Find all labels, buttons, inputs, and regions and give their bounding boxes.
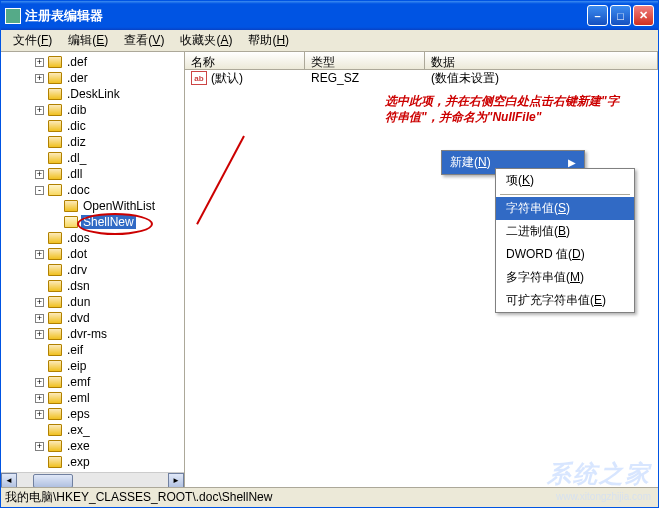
tree-label[interactable]: OpenWithList [81, 199, 157, 213]
tree-item[interactable]: +.eps [3, 406, 182, 422]
no-toggle [35, 458, 44, 467]
tree-hscroll[interactable]: ◄ ► [1, 472, 184, 487]
no-toggle [35, 234, 44, 243]
tree-item[interactable]: +.dvr-ms [3, 326, 182, 342]
tree-item[interactable]: +.der [3, 70, 182, 86]
tree-item[interactable]: ShellNew [3, 214, 182, 230]
tree-pane[interactable]: +.def+.der.DeskLink+.dib.dic.diz.dl_+.dl… [1, 52, 185, 487]
titlebar[interactable]: 注册表编辑器 – □ ✕ [1, 1, 658, 30]
expand-icon[interactable]: + [35, 170, 44, 179]
tree-item[interactable]: +.dib [3, 102, 182, 118]
expand-icon[interactable]: + [35, 314, 44, 323]
tree-label[interactable]: .dot [65, 247, 89, 261]
tree-item[interactable]: .diz [3, 134, 182, 150]
tree-item[interactable]: .eif [3, 342, 182, 358]
tree-label[interactable]: .drv [65, 263, 89, 277]
tree-item[interactable]: .DeskLink [3, 86, 182, 102]
menu-item[interactable]: 多字符串值(M) [496, 266, 634, 289]
tree-item[interactable]: +.dvd [3, 310, 182, 326]
tree-label[interactable]: .dl_ [65, 151, 88, 165]
tree-label[interactable]: .ex_ [65, 423, 92, 437]
submenu-new: 项(K)字符串值(S)二进制值(B)DWORD 值(D)多字符串值(M)可扩充字… [495, 168, 635, 313]
menu-view[interactable]: 查看(V) [116, 30, 172, 51]
tree-label[interactable]: .eip [65, 359, 88, 373]
tree-item[interactable]: .dl_ [3, 150, 182, 166]
expand-icon[interactable]: + [35, 378, 44, 387]
tree-label[interactable]: .doc [65, 183, 92, 197]
tree-item[interactable]: +.exe [3, 438, 182, 454]
no-toggle [35, 90, 44, 99]
collapse-icon[interactable]: - [35, 186, 44, 195]
tree-item[interactable]: .ex_ [3, 422, 182, 438]
scroll-thumb[interactable] [33, 474, 73, 488]
col-name[interactable]: 名称 [185, 52, 305, 69]
expand-icon[interactable]: + [35, 330, 44, 339]
tree-item[interactable]: +.def [3, 54, 182, 70]
tree-label[interactable]: .eml [65, 391, 92, 405]
tree-item[interactable]: .dsn [3, 278, 182, 294]
list-row[interactable]: ab (默认) REG_SZ (数值未设置) [185, 70, 658, 86]
menu-item[interactable]: 项(K) [496, 169, 634, 192]
tree-label[interactable]: .dvr-ms [65, 327, 109, 341]
tree-label[interactable]: .exe [65, 439, 92, 453]
folder-icon [48, 392, 62, 404]
expand-icon[interactable]: + [35, 106, 44, 115]
tree-label[interactable]: .dun [65, 295, 92, 309]
tree-label[interactable]: .DeskLink [65, 87, 122, 101]
tree-label[interactable]: .dib [65, 103, 88, 117]
tree-item[interactable]: .dos [3, 230, 182, 246]
tree-item[interactable]: +.dot [3, 246, 182, 262]
tree-label[interactable]: .dll [65, 167, 84, 181]
tree-label[interactable]: .emf [65, 375, 92, 389]
menu-item[interactable]: DWORD 值(D) [496, 243, 634, 266]
expand-icon[interactable]: + [35, 410, 44, 419]
menu-favorites[interactable]: 收藏夹(A) [172, 30, 240, 51]
expand-icon[interactable]: + [35, 442, 44, 451]
menu-file[interactable]: 文件(F) [5, 30, 60, 51]
tree-item[interactable]: OpenWithList [3, 198, 182, 214]
tree-label[interactable]: .def [65, 55, 89, 69]
no-toggle [35, 154, 44, 163]
tree-label[interactable]: .eif [65, 343, 85, 357]
tree-label[interactable]: .diz [65, 135, 88, 149]
minimize-button[interactable]: – [587, 5, 608, 26]
list-body[interactable]: ab (默认) REG_SZ (数值未设置) 选中此项，并在右侧空白处点击右键新… [185, 70, 658, 487]
maximize-button[interactable]: □ [610, 5, 631, 26]
tree-item[interactable]: .dic [3, 118, 182, 134]
tree-item[interactable]: +.emf [3, 374, 182, 390]
expand-icon[interactable]: + [35, 394, 44, 403]
tree-label[interactable]: ShellNew [81, 215, 136, 229]
tree-item[interactable]: .drv [3, 262, 182, 278]
tree-item[interactable]: .eip [3, 358, 182, 374]
no-toggle [35, 282, 44, 291]
close-button[interactable]: ✕ [633, 5, 654, 26]
tree-item[interactable]: +.dll [3, 166, 182, 182]
tree-label[interactable]: .dsn [65, 279, 92, 293]
expand-icon[interactable]: + [35, 298, 44, 307]
menu-help[interactable]: 帮助(H) [240, 30, 297, 51]
col-data[interactable]: 数据 [425, 52, 658, 69]
col-type[interactable]: 类型 [305, 52, 425, 69]
tree-label[interactable]: .eps [65, 407, 92, 421]
scroll-right-icon[interactable]: ► [168, 473, 184, 488]
tree-label[interactable]: .dic [65, 119, 88, 133]
scroll-left-icon[interactable]: ◄ [1, 473, 17, 488]
scroll-track[interactable] [17, 473, 168, 488]
tree-label[interactable]: .exp [65, 455, 92, 469]
expand-icon[interactable]: + [35, 74, 44, 83]
tree-item[interactable]: -.doc [3, 182, 182, 198]
expand-icon[interactable]: + [35, 250, 44, 259]
tree-label[interactable]: .dvd [65, 311, 92, 325]
menu-item[interactable]: 字符串值(S) [496, 197, 634, 220]
expand-icon[interactable]: + [35, 58, 44, 67]
folder-icon [48, 344, 62, 356]
folder-icon [48, 152, 62, 164]
tree-item[interactable]: +.eml [3, 390, 182, 406]
menu-item[interactable]: 可扩充字符串值(E) [496, 289, 634, 312]
tree-label[interactable]: .der [65, 71, 90, 85]
tree-item[interactable]: .exp [3, 454, 182, 470]
menu-edit[interactable]: 编辑(E) [60, 30, 116, 51]
tree-label[interactable]: .dos [65, 231, 92, 245]
tree-item[interactable]: +.dun [3, 294, 182, 310]
menu-item[interactable]: 二进制值(B) [496, 220, 634, 243]
